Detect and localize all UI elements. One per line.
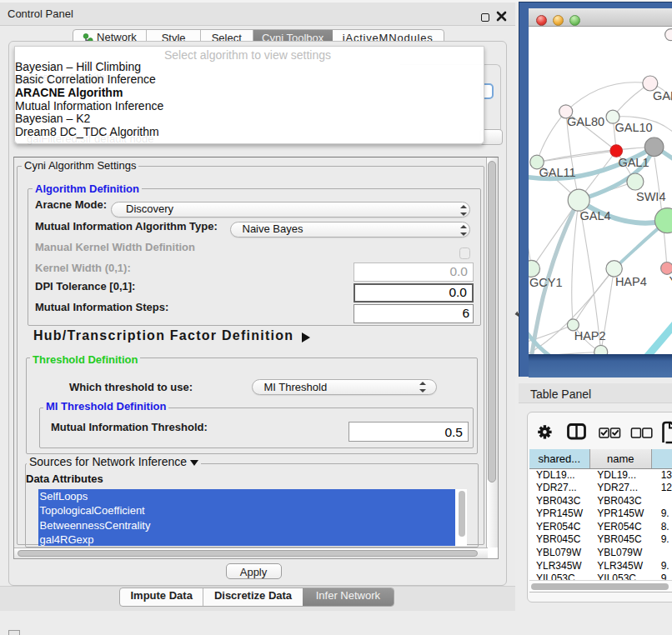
svg-text:GAL1: GAL1 [618, 156, 649, 169]
svg-text:SWI4: SWI4 [636, 190, 665, 203]
svg-text:HAP2: HAP2 [574, 329, 605, 342]
svg-text:Y: Y [669, 274, 672, 288]
svg-text:GCY1: GCY1 [529, 276, 563, 289]
svg-text:HAP4: HAP4 [614, 275, 646, 288]
svg-text:GAL10: GAL10 [614, 121, 652, 134]
svg-text:GAL4: GAL4 [579, 209, 610, 222]
svg-text:GAL: GAL [653, 89, 672, 102]
svg-text:GAL80: GAL80 [567, 115, 604, 128]
svg-text:GAL11: GAL11 [539, 166, 575, 179]
